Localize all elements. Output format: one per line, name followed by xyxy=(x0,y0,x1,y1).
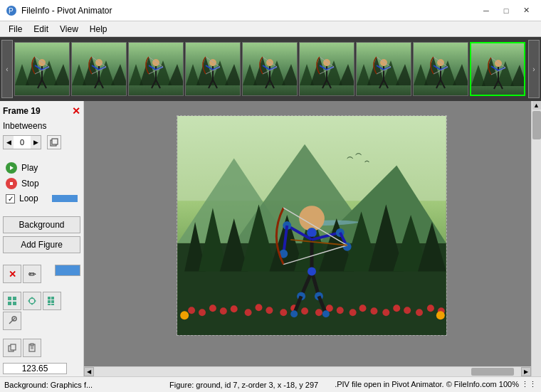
scroll-left-button[interactable]: ◀ xyxy=(84,367,94,376)
svg-point-210 xyxy=(322,310,330,317)
frame-thumb-7[interactable] xyxy=(356,42,411,96)
svg-rect-136 xyxy=(48,304,51,305)
svg-point-171 xyxy=(266,307,273,314)
svg-point-168 xyxy=(231,305,238,312)
spin-left-button[interactable]: ◀ xyxy=(4,136,14,149)
frame-thumb-9[interactable] xyxy=(470,42,525,96)
filmstrip: ‹ xyxy=(0,37,541,101)
background-button[interactable]: Background xyxy=(3,216,80,233)
close-button[interactable]: ✕ xyxy=(517,4,535,18)
svg-rect-122 xyxy=(10,182,13,185)
svg-rect-143 xyxy=(31,344,33,346)
svg-point-127 xyxy=(29,298,35,304)
pivot-icon: P xyxy=(6,5,17,16)
svg-marker-121 xyxy=(10,166,14,170)
play-icon xyxy=(6,162,17,174)
svg-point-166 xyxy=(209,304,216,312)
toolbar-row: ✕ ✏ xyxy=(3,262,80,286)
menu-bar: File Edit View Help xyxy=(0,21,541,37)
svg-rect-123 xyxy=(8,297,11,300)
delete-tool-button[interactable]: ✕ xyxy=(3,265,21,283)
spin-right-button[interactable]: ▶ xyxy=(31,136,41,149)
svg-point-170 xyxy=(256,304,263,311)
play-button[interactable]: Play xyxy=(3,161,80,175)
scene-svg xyxy=(177,116,446,335)
filmstrip-scroll-left[interactable]: ‹ xyxy=(1,40,13,98)
frame-thumb-1[interactable] xyxy=(14,42,70,96)
title-bar-left: P FileInfo - Pivot Animator xyxy=(6,5,112,16)
svg-point-182 xyxy=(393,304,400,312)
svg-point-187 xyxy=(180,311,189,319)
frame-thumb-3[interactable] xyxy=(128,42,184,96)
copy-tool-button[interactable] xyxy=(3,339,21,357)
filmstrip-scroll-right[interactable]: › xyxy=(528,40,540,98)
loop-checkbox[interactable]: ✓ xyxy=(6,194,15,203)
paste-tool-button[interactable] xyxy=(23,339,41,357)
copy-frame-button[interactable] xyxy=(47,135,61,149)
loop-row: ✓ Loop xyxy=(3,192,80,205)
svg-point-212 xyxy=(308,267,316,276)
menu-help[interactable]: Help xyxy=(84,23,113,36)
svg-rect-132 xyxy=(48,297,51,300)
status-left: Background: Graphics f... xyxy=(4,381,162,389)
filmstrip-frames xyxy=(13,40,528,98)
frame-label: Frame 19 xyxy=(3,106,41,116)
frame-thumb-8[interactable] xyxy=(413,42,468,96)
svg-rect-133 xyxy=(51,297,54,300)
title-bar: P FileInfo - Pivot Animator ─ □ ✕ xyxy=(0,0,541,21)
menu-edit[interactable]: Edit xyxy=(28,23,54,36)
frame-thumb-2[interactable] xyxy=(71,42,127,96)
play-label: Play xyxy=(21,163,38,173)
scrollbar-track xyxy=(94,367,521,376)
svg-point-172 xyxy=(280,309,287,316)
delete-frame-button[interactable]: ✕ xyxy=(72,105,80,117)
title-text: FileInfo - Pivot Animator xyxy=(21,6,112,16)
svg-point-169 xyxy=(245,309,252,316)
frame-control: Frame 19 ✕ xyxy=(3,104,80,118)
inbetween-row: Inbetweens xyxy=(3,121,80,131)
pencil-tool-button[interactable]: ✏ xyxy=(23,265,41,283)
menu-view[interactable]: View xyxy=(54,23,84,36)
move-tool-button[interactable] xyxy=(23,292,41,310)
canvas-area[interactable]: ▲ xyxy=(84,101,541,376)
magnet-tool-button[interactable] xyxy=(3,312,21,330)
scrollbar-thumb[interactable] xyxy=(471,368,514,376)
menu-file[interactable]: File xyxy=(3,23,28,36)
svg-point-211 xyxy=(308,228,316,237)
svg-rect-163 xyxy=(177,300,446,335)
maximize-button[interactable]: □ xyxy=(497,4,515,18)
svg-point-165 xyxy=(199,309,206,316)
status-right: .PIV file open in Pivot Animator. © File… xyxy=(335,380,537,389)
svg-point-184 xyxy=(416,309,423,316)
inbetweens-spin[interactable]: ◀ 0 ▶ xyxy=(3,135,41,149)
vertical-scrollbar-thumb[interactable] xyxy=(532,111,541,139)
status-middle: Figure: ground, id 7, z-order 3, x -18, … xyxy=(169,381,327,389)
svg-rect-134 xyxy=(48,300,51,303)
inbetweens-label: Inbetweens xyxy=(3,121,46,131)
stop-icon xyxy=(6,178,17,189)
horizontal-scrollbar[interactable]: ◀ ▶ xyxy=(84,366,531,376)
frame-thumb-5[interactable] xyxy=(242,42,298,96)
svg-point-164 xyxy=(188,307,195,314)
svg-rect-125 xyxy=(8,302,11,305)
coordinate-input[interactable]: 123.65 xyxy=(3,363,67,374)
svg-point-189 xyxy=(299,206,325,231)
svg-point-177 xyxy=(337,307,344,314)
scroll-right-button[interactable]: ▶ xyxy=(521,367,531,376)
stop-button[interactable]: Stop xyxy=(3,176,80,191)
svg-rect-120 xyxy=(52,139,58,144)
minimize-button[interactable]: ─ xyxy=(477,4,495,18)
add-figure-button[interactable]: Add Figure xyxy=(3,236,80,253)
vertical-scrollbar[interactable]: ▲ xyxy=(531,101,541,376)
svg-point-178 xyxy=(350,309,357,316)
frame-thumb-6[interactable] xyxy=(299,42,354,96)
playback-controls: Play Stop ✓ Loop xyxy=(3,158,80,208)
grid-tool-button[interactable] xyxy=(43,292,61,310)
expand-tool-button[interactable] xyxy=(3,292,21,310)
svg-rect-137 xyxy=(51,304,54,305)
frame-thumb-4[interactable] xyxy=(185,42,241,96)
svg-point-181 xyxy=(382,309,389,316)
color-swatch[interactable] xyxy=(55,265,80,276)
content-row: Frame 19 ✕ Inbetweens ◀ 0 ▶ xyxy=(0,101,541,376)
left-panel: Frame 19 ✕ Inbetweens ◀ 0 ▶ xyxy=(0,101,84,376)
